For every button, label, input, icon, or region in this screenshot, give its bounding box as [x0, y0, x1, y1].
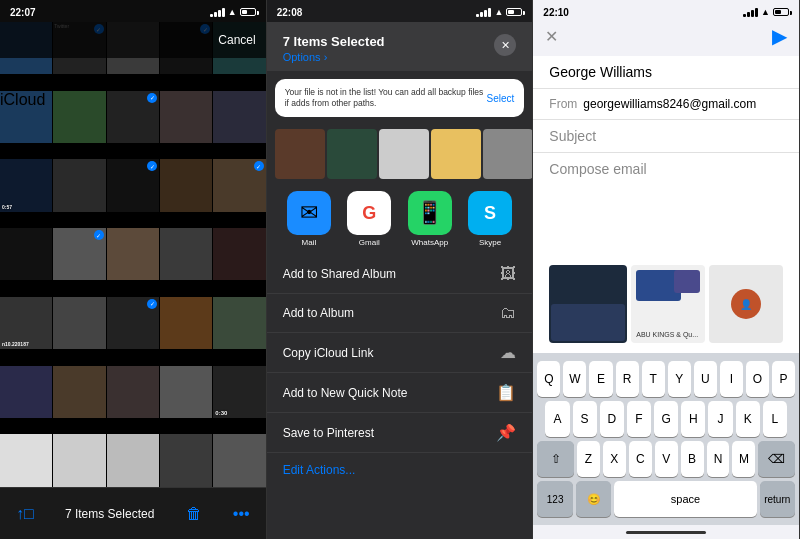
photo-cell[interactable] [213, 91, 265, 143]
photo-cell[interactable] [53, 434, 105, 486]
key-z[interactable]: Z [577, 441, 600, 477]
key-y[interactable]: Y [668, 361, 691, 397]
selected-count-label: 7 Items Selected [65, 507, 154, 521]
photo-cell[interactable]: 0:30 [213, 366, 265, 418]
key-r[interactable]: R [616, 361, 639, 397]
photo-cell[interactable] [160, 91, 212, 143]
photo-cell[interactable] [53, 91, 105, 143]
action-save-pinterest[interactable]: Save to Pinterest 📌 [267, 413, 533, 453]
photo-cell[interactable] [213, 434, 265, 486]
trash-icon[interactable]: 🗑 [186, 505, 202, 523]
photo-cell[interactable] [213, 297, 265, 349]
status-bar-2: 22:08 ▲ [267, 0, 533, 22]
preview-img-1 [549, 265, 627, 343]
key-f[interactable]: F [627, 401, 651, 437]
photo-cell[interactable]: ✓ [107, 91, 159, 143]
key-m[interactable]: M [732, 441, 755, 477]
key-l[interactable]: L [763, 401, 787, 437]
email-close-button[interactable]: ✕ [545, 27, 558, 46]
photos-grid: Twitter ✓ ✓ iCloud ✓ 0:57 ✓ [0, 22, 266, 502]
photo-cell[interactable]: 0:57 [0, 159, 52, 211]
key-return[interactable]: return [760, 481, 796, 517]
app-skype[interactable]: S Skype [468, 191, 512, 247]
key-h[interactable]: H [681, 401, 705, 437]
key-d[interactable]: D [600, 401, 624, 437]
photo-cell[interactable] [0, 366, 52, 418]
action-add-quick-note[interactable]: Add to New Quick Note 📋 [267, 373, 533, 413]
photo-cell[interactable] [213, 228, 265, 280]
key-p[interactable]: P [772, 361, 795, 397]
info-box-text: Your file is not in the list! You can ad… [285, 87, 487, 109]
send-button[interactable]: ▶ [772, 24, 787, 48]
app-mail-label: Mail [302, 238, 317, 247]
share-sheet-close[interactable]: ✕ [494, 34, 516, 56]
key-g[interactable]: G [654, 401, 678, 437]
photo-cell[interactable]: ✓ [107, 297, 159, 349]
photo-cell[interactable] [160, 228, 212, 280]
add-to-album-icon: 🗂 [500, 304, 516, 322]
edit-actions-button[interactable]: Edit Actions... [267, 453, 533, 487]
key-e[interactable]: E [589, 361, 612, 397]
status-icons-3: ▲ [743, 7, 789, 17]
photo-cell[interactable]: iCloud [0, 91, 52, 143]
save-pinterest-label: Save to Pinterest [283, 426, 374, 440]
photo-cell[interactable] [107, 228, 159, 280]
home-indicator [533, 525, 799, 539]
photo-cell[interactable] [53, 366, 105, 418]
action-add-shared-album[interactable]: Add to Shared Album 🖼 [267, 255, 533, 294]
key-q[interactable]: Q [537, 361, 560, 397]
save-pinterest-icon: 📌 [496, 423, 516, 442]
photo-cell[interactable] [0, 434, 52, 486]
key-numbers[interactable]: 123 [537, 481, 573, 517]
key-space[interactable]: space [614, 481, 756, 517]
phone-2-share: 22:08 ▲ [267, 0, 534, 539]
photos-nav: Cancel [0, 22, 266, 58]
photo-cell[interactable]: ✓ [53, 228, 105, 280]
photo-cell[interactable] [107, 434, 159, 486]
email-body-field[interactable]: Compose email [533, 153, 799, 261]
key-b[interactable]: B [681, 441, 704, 477]
key-k[interactable]: K [736, 401, 760, 437]
app-mail[interactable]: ✉ Mail [287, 191, 331, 247]
action-copy-icloud-link[interactable]: Copy iCloud Link ☁ [267, 333, 533, 373]
photo-cell[interactable]: ✓ [107, 159, 159, 211]
photo-cell[interactable]: n10.220187 [0, 297, 52, 349]
photo-cell[interactable] [160, 366, 212, 418]
select-button[interactable]: Select [487, 93, 515, 104]
photo-cell[interactable]: ✓ [213, 159, 265, 211]
app-whatsapp[interactable]: 📱 WhatsApp [408, 191, 452, 247]
key-shift[interactable]: ⇧ [537, 441, 574, 477]
share-icon[interactable]: ↑□ [16, 505, 34, 523]
email-subject-field[interactable]: Subject [533, 120, 799, 153]
key-n[interactable]: N [707, 441, 730, 477]
photo-cell[interactable] [53, 297, 105, 349]
key-emoji[interactable]: 😊 [576, 481, 612, 517]
key-t[interactable]: T [642, 361, 665, 397]
key-u[interactable]: U [694, 361, 717, 397]
action-add-to-album[interactable]: Add to Album 🗂 [267, 294, 533, 333]
email-to-field[interactable]: George Williams [533, 56, 799, 89]
app-gmail[interactable]: G Gmail [347, 191, 391, 247]
photo-cell[interactable] [160, 297, 212, 349]
cancel-button[interactable]: Cancel [218, 33, 255, 47]
photo-cell[interactable] [107, 366, 159, 418]
options-button[interactable]: Options › [283, 51, 385, 63]
keyboard-row-1: Q W E R T Y U I O P [537, 361, 795, 397]
more-icon[interactable]: ••• [233, 505, 250, 523]
photo-cell[interactable] [160, 434, 212, 486]
key-c[interactable]: C [629, 441, 652, 477]
key-o[interactable]: O [746, 361, 769, 397]
key-w[interactable]: W [563, 361, 586, 397]
key-x[interactable]: X [603, 441, 626, 477]
key-v[interactable]: V [655, 441, 678, 477]
key-delete[interactable]: ⌫ [758, 441, 795, 477]
signal-icon-3 [743, 8, 758, 17]
key-j[interactable]: J [708, 401, 732, 437]
key-i[interactable]: I [720, 361, 743, 397]
photo-cell[interactable] [160, 159, 212, 211]
photo-cell[interactable] [53, 159, 105, 211]
app-gmail-label: Gmail [359, 238, 380, 247]
key-a[interactable]: A [545, 401, 569, 437]
key-s[interactable]: S [573, 401, 597, 437]
photo-cell[interactable] [0, 228, 52, 280]
